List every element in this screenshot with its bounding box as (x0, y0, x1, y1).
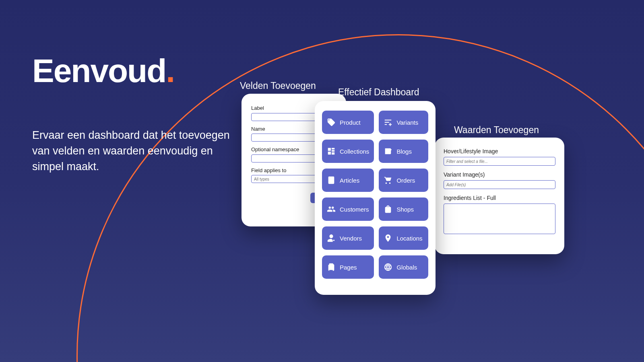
tile-globals[interactable]: Globals (379, 255, 428, 279)
tile-label: Variants (396, 119, 418, 126)
tile-label: Orders (396, 177, 415, 184)
tile-blogs[interactable]: Blogs (379, 140, 428, 163)
tile-label: Product (340, 119, 361, 126)
tag-icon (327, 118, 336, 127)
tile-label: Pages (340, 264, 357, 271)
tile-label: Globals (396, 264, 417, 271)
hover-image-input[interactable] (444, 157, 555, 166)
variant-image-input[interactable] (444, 180, 555, 189)
tile-label: Vendors (340, 235, 362, 242)
tile-articles[interactable]: Articles (322, 169, 374, 192)
tile-shops[interactable]: Shops (379, 197, 428, 221)
vendor-icon (327, 234, 336, 243)
page-icon (327, 263, 336, 272)
dashboard-card: Product Variants Collections Blogs Artic… (315, 101, 436, 295)
grid-icon (327, 147, 336, 156)
values-card-title: Waarden Toevoegen (454, 125, 539, 136)
tile-label: Shops (396, 206, 414, 213)
variant-image-label: Variant Image(s) (444, 171, 555, 178)
pin-icon (384, 234, 392, 243)
hero-section: Eenvoud. Ervaar een dashboard dat het to… (32, 54, 246, 175)
hero-title-dot: . (166, 52, 174, 89)
hover-image-label: Hover/Lifestyle Image (444, 148, 555, 154)
dashboard-card-title: Effectief Dashboard (338, 87, 419, 98)
hero-title-text: Eenvoud (32, 52, 166, 89)
sliders-icon (384, 118, 392, 127)
tile-label: Articles (340, 177, 359, 184)
tile-label: Locations (396, 235, 422, 242)
tile-collections[interactable]: Collections (322, 140, 374, 163)
values-card: Hover/Lifestyle Image Variant Image(s) I… (435, 138, 564, 254)
tile-label: Customers (340, 206, 369, 213)
tile-vendors[interactable]: Vendors (322, 226, 374, 250)
tile-pages[interactable]: Pages (322, 255, 374, 279)
hero-subtitle: Ervaar een dashboard dat het toevoegen v… (32, 128, 246, 175)
people-icon (327, 205, 336, 214)
tile-grid: Product Variants Collections Blogs Artic… (322, 111, 428, 279)
blog-icon (384, 147, 392, 156)
cart-icon (384, 176, 392, 185)
tile-variants[interactable]: Variants (379, 111, 428, 134)
tile-label: Collections (340, 148, 369, 155)
hero-title: Eenvoud. (32, 54, 246, 87)
tile-customers[interactable]: Customers (322, 197, 374, 221)
ingredients-textarea[interactable] (444, 204, 555, 234)
ingredients-label: Ingredients List - Full (444, 195, 555, 201)
globe-icon (384, 263, 392, 272)
tile-label: Blogs (396, 148, 412, 155)
bag-icon (384, 205, 392, 214)
tile-product[interactable]: Product (322, 111, 374, 134)
fields-card-title: Velden Toevoegen (240, 80, 316, 91)
article-icon (327, 176, 336, 185)
tile-orders[interactable]: Orders (379, 169, 428, 192)
tile-locations[interactable]: Locations (379, 226, 428, 250)
